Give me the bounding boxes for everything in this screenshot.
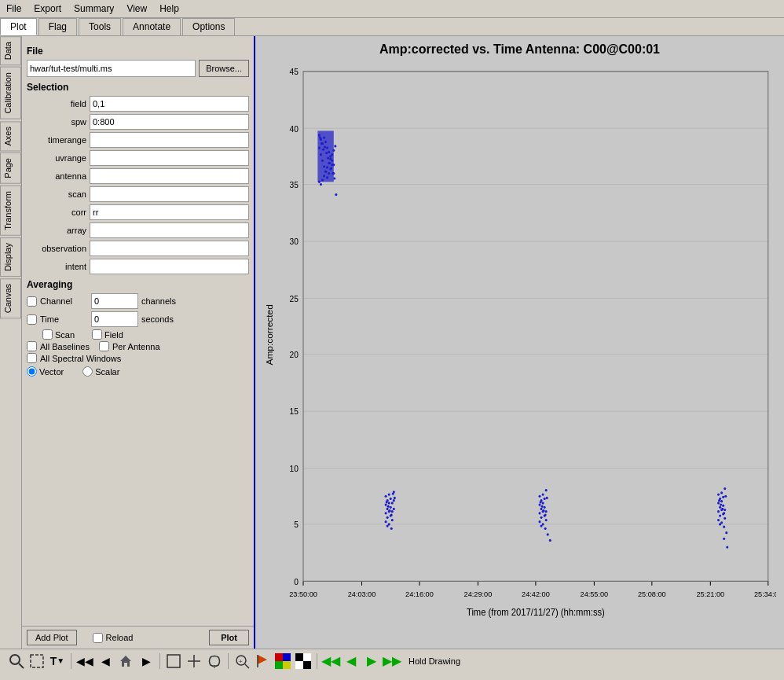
nav-prev-icon[interactable]: ◀	[342, 652, 361, 671]
step-back-icon[interactable]: ◀	[96, 652, 115, 671]
svg-point-93	[388, 493, 390, 495]
nav-last-icon[interactable]: ▶▶	[383, 652, 401, 671]
scan-field-row: Scan Field	[42, 329, 249, 340]
sidetab-display[interactable]: Display	[0, 237, 21, 277]
sidetab-transform[interactable]: Transform	[0, 186, 21, 236]
scan-avg-label[interactable]: Scan	[42, 329, 75, 340]
svg-point-155	[720, 503, 722, 505]
time-avg-row: Time seconds	[27, 311, 249, 327]
uvrange-input[interactable]	[90, 150, 249, 166]
channel-avg-input[interactable]	[91, 293, 138, 309]
spw-input[interactable]	[90, 114, 249, 130]
intent-input[interactable]	[90, 259, 249, 274]
svg-point-129	[541, 505, 544, 508]
browse-button[interactable]: Browse...	[199, 60, 249, 77]
selection-section-label: Selection	[27, 82, 249, 93]
channel-checkbox[interactable]	[27, 296, 37, 307]
add-plot-button[interactable]: Add Plot	[27, 630, 77, 645]
reload-checkbox[interactable]	[93, 633, 103, 643]
flag-marker-icon[interactable]	[253, 652, 272, 671]
field-input[interactable]	[90, 96, 249, 112]
menu-summary[interactable]: Summary	[68, 2, 120, 16]
per-antenna-checkbox[interactable]	[99, 341, 109, 351]
zoom-fit-icon[interactable]: +	[233, 652, 251, 671]
scalar-label[interactable]: Scalar	[82, 366, 119, 377]
crosshair-icon[interactable]	[185, 652, 203, 671]
svg-point-138	[549, 539, 551, 542]
svg-point-55	[321, 160, 324, 162]
vector-label[interactable]: Vector	[27, 366, 64, 377]
menu-export[interactable]: Export	[27, 2, 68, 16]
select-region-icon[interactable]	[27, 652, 46, 671]
channel-avg-label: Channel	[40, 296, 91, 306]
color-icon[interactable]	[273, 652, 292, 671]
svg-text:15: 15	[290, 406, 299, 416]
svg-point-154	[718, 499, 720, 502]
scan-row: scan	[27, 186, 249, 202]
nav-play-icon[interactable]: ▶	[362, 652, 381, 671]
svg-point-56	[323, 165, 325, 167]
all-baselines-row: All Baselines Per Antenna	[27, 341, 249, 351]
tab-plot[interactable]: Plot	[0, 18, 37, 35]
step-forward-icon[interactable]: ▶	[137, 652, 156, 671]
svg-point-117	[545, 510, 548, 513]
svg-point-74	[320, 183, 322, 186]
checkered-icon[interactable]	[294, 652, 313, 671]
all-spectral-checkbox[interactable]	[27, 353, 37, 363]
svg-point-82	[332, 149, 335, 152]
all-spectral-label: All Spectral Windows	[40, 354, 121, 363]
zoom-icon[interactable]	[7, 652, 26, 671]
sidetab-axes[interactable]: Axes	[0, 121, 21, 151]
svg-point-72	[333, 177, 335, 179]
svg-point-161	[720, 521, 723, 524]
observation-row: observation	[27, 241, 249, 256]
vector-radio[interactable]	[27, 366, 37, 377]
svg-point-116	[544, 506, 546, 509]
menu-view[interactable]: View	[120, 2, 153, 16]
field-avg-label[interactable]: Field	[92, 329, 123, 340]
scan-input[interactable]	[90, 186, 249, 202]
averaging-label: Averaging	[27, 279, 249, 290]
sidetab-canvas[interactable]: Canvas	[0, 278, 21, 318]
svg-point-68	[327, 156, 329, 159]
scan-avg-checkbox[interactable]	[42, 329, 53, 340]
svg-text:20: 20	[290, 350, 299, 359]
tab-annotate[interactable]: Annotate	[123, 18, 181, 35]
svg-rect-168	[31, 655, 43, 667]
svg-point-156	[721, 508, 724, 510]
per-antenna-label: Per Antenna	[112, 342, 160, 351]
timerange-input[interactable]	[90, 132, 249, 148]
prev-frame-icon[interactable]: ◀◀	[75, 652, 94, 671]
nav-first-icon[interactable]: ◀◀	[321, 652, 340, 671]
field-avg-checkbox[interactable]	[92, 329, 102, 340]
corr-input[interactable]	[90, 204, 249, 220]
lasso-icon[interactable]	[205, 652, 224, 671]
tab-options[interactable]: Options	[182, 18, 235, 35]
time-checkbox[interactable]	[27, 314, 37, 325]
select-box-icon[interactable]	[164, 652, 183, 671]
sidetab-page[interactable]: Page	[0, 153, 21, 184]
sidetab-data[interactable]: Data	[0, 36, 21, 65]
svg-point-101	[391, 519, 394, 521]
text-icon[interactable]: T ▼	[48, 652, 67, 671]
menu-file[interactable]: File	[0, 2, 27, 16]
time-avg-input[interactable]	[91, 311, 138, 327]
tab-flag[interactable]: Flag	[38, 18, 77, 35]
file-input[interactable]	[27, 60, 196, 77]
home-icon[interactable]	[116, 652, 135, 671]
observation-input[interactable]	[90, 241, 249, 256]
tab-tools[interactable]: Tools	[79, 18, 121, 35]
svg-text:24:29:00: 24:29:00	[464, 590, 493, 598]
channel-suffix: channels	[141, 296, 176, 306]
all-baselines-checkbox[interactable]	[27, 341, 37, 351]
menu-help[interactable]: Help	[153, 2, 185, 16]
array-input[interactable]	[90, 222, 249, 238]
scalar-radio[interactable]	[82, 366, 93, 377]
sidetab-calibration[interactable]: Calibration	[0, 67, 21, 119]
svg-point-102	[393, 508, 395, 510]
antenna-input[interactable]	[90, 168, 249, 184]
plot-button[interactable]: Plot	[209, 630, 249, 645]
svg-point-163	[725, 531, 727, 534]
svg-point-148	[724, 487, 726, 490]
svg-marker-169	[120, 656, 131, 667]
